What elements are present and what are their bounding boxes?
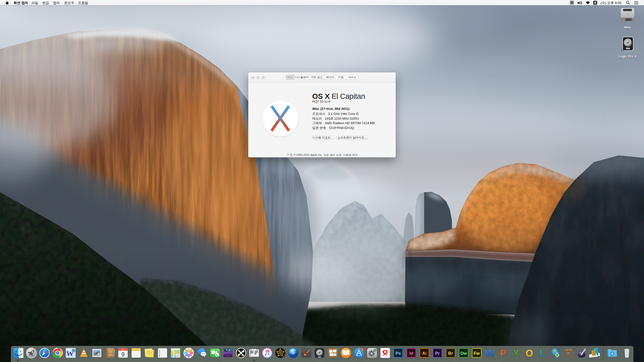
- svg-text:L: L: [539, 348, 545, 358]
- svg-text:W: W: [486, 348, 495, 358]
- svg-text:Pr: Pr: [435, 351, 440, 356]
- svg-text:Ps: Ps: [395, 351, 401, 356]
- svg-text:O: O: [526, 348, 533, 358]
- svg-text:9: 9: [122, 351, 125, 358]
- svg-text:1: 1: [362, 348, 363, 351]
- svg-text:Ai: Ai: [422, 351, 427, 356]
- svg-text:Dw: Dw: [461, 351, 467, 356]
- svg-text:X: X: [513, 348, 519, 358]
- svg-text:3D: 3D: [177, 355, 179, 356]
- svg-text:Br: Br: [448, 351, 453, 356]
- svg-text:Fw: Fw: [474, 351, 480, 356]
- svg-text:Id: Id: [409, 351, 413, 356]
- svg-text:P: P: [500, 348, 506, 358]
- svg-text:12: 12: [122, 349, 124, 350]
- svg-text:A: A: [594, 1, 596, 4]
